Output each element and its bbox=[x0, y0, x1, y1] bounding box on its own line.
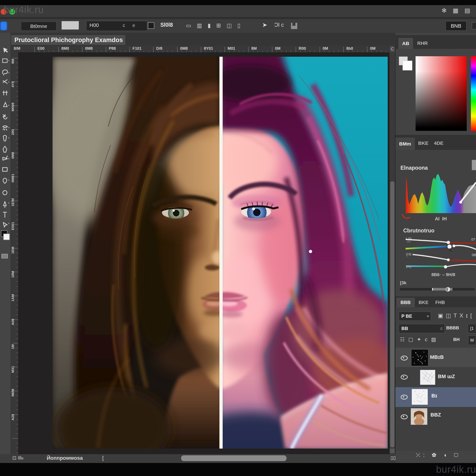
svg-text:8M: 8M bbox=[11, 59, 15, 64]
svg-text:0M: 0M bbox=[323, 46, 328, 51]
svg-text:18M: 18M bbox=[11, 271, 15, 278]
svg-text:P88: P88 bbox=[109, 46, 116, 51]
svg-text:M008: M008 bbox=[11, 102, 15, 111]
svg-text:M01: M01 bbox=[228, 46, 235, 51]
svg-text:[23]: [23] bbox=[406, 252, 411, 256]
svg-text:4%: 4% bbox=[407, 240, 411, 243]
svg-text:0B: 0B bbox=[472, 253, 476, 257]
svg-text:8Y01: 8Y01 bbox=[204, 46, 213, 51]
svg-text:0M: 0M bbox=[275, 46, 281, 51]
svg-text:Cbrutnotruo: Cbrutnotruo bbox=[403, 228, 434, 234]
svg-text:M31: M31 bbox=[11, 366, 15, 373]
svg-text:E00: E00 bbox=[37, 46, 44, 51]
svg-text:IM/M: IM/M bbox=[11, 389, 15, 396]
svg-text:8b0: 8b0 bbox=[346, 46, 353, 51]
svg-text:A28: A28 bbox=[11, 414, 15, 421]
svg-text:Elnapoona: Elnapoona bbox=[400, 165, 428, 171]
svg-text:[3k: [3k bbox=[400, 280, 407, 285]
svg-text:1M: 1M bbox=[11, 344, 15, 349]
svg-text:1AM: 1AM bbox=[11, 294, 15, 302]
svg-text:0M8: 0M8 bbox=[11, 152, 15, 159]
svg-text:0M8: 0M8 bbox=[180, 46, 188, 51]
svg-text:8B6· – 9H/8: 8B6· – 9H/8 bbox=[431, 272, 455, 277]
svg-text:290: 290 bbox=[11, 129, 15, 135]
svg-text:A08: A08 bbox=[11, 319, 15, 325]
svg-text:R00: R00 bbox=[299, 46, 306, 51]
svg-text:AI IH: AI IH bbox=[435, 216, 447, 221]
svg-text:E001: E001 bbox=[11, 222, 15, 230]
svg-text:1E/M: 1E/M bbox=[11, 198, 15, 206]
svg-text:0M8: 0M8 bbox=[85, 46, 93, 51]
svg-text:8M0: 8M0 bbox=[61, 46, 69, 51]
svg-text:1EM: 1EM bbox=[11, 247, 15, 254]
svg-text:4Y8: 4Y8 bbox=[11, 81, 15, 87]
svg-text:*··: *·· bbox=[407, 256, 409, 259]
svg-text:0M: 0M bbox=[370, 46, 375, 51]
svg-text:F101: F101 bbox=[133, 46, 142, 51]
svg-text:8/M: 8/M bbox=[14, 46, 20, 51]
svg-text:0?: 0? bbox=[471, 237, 475, 241]
svg-text:8M: 8M bbox=[251, 46, 257, 51]
svg-text:0M81: 0M81 bbox=[11, 174, 15, 183]
svg-text:D/8: D/8 bbox=[156, 46, 162, 51]
